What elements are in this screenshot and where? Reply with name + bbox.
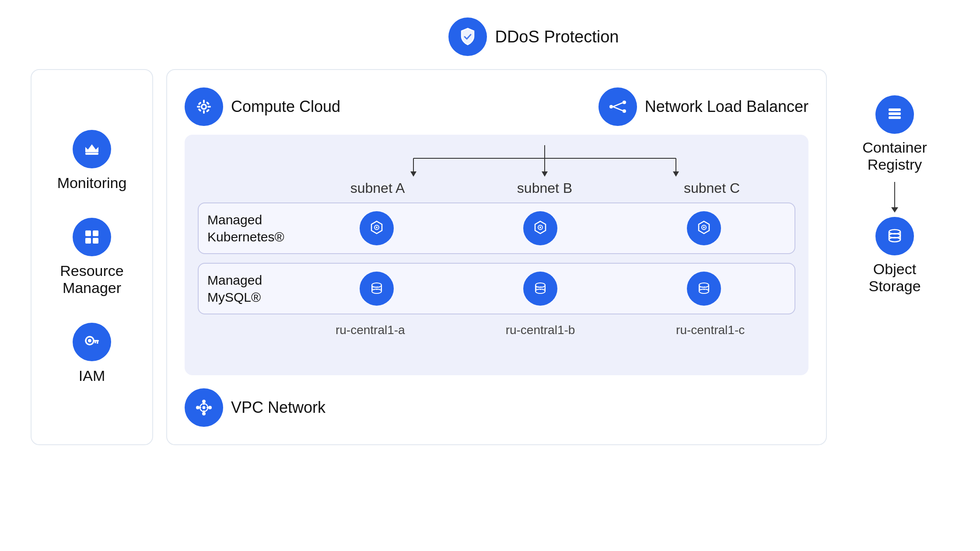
- kubernetes-icon-a: [360, 211, 394, 245]
- zone-c-label: ru-central1-c: [625, 323, 795, 337]
- svg-marker-33: [542, 171, 548, 177]
- compute-cloud-service: Compute Cloud: [185, 87, 340, 126]
- svg-rect-1: [85, 230, 91, 236]
- subnet-a-label: subnet A: [294, 180, 461, 196]
- object-storage-icon: [875, 217, 914, 255]
- svg-rect-69: [889, 112, 901, 115]
- svg-point-62: [196, 406, 200, 409]
- mysql-icon-b: [523, 272, 557, 306]
- svg-line-24: [613, 107, 623, 111]
- svg-rect-12: [203, 100, 205, 103]
- zone-labels: ru-central1-a ru-central1-b ru-central1-…: [285, 323, 795, 337]
- ddos-label: DDoS Protection: [495, 28, 619, 46]
- svg-point-43: [703, 227, 705, 228]
- subnet-c-label: subnet C: [628, 180, 795, 196]
- nlb-label: Network Load Balancer: [645, 98, 808, 116]
- vpc-icon: [185, 388, 223, 427]
- zone-a-label: ru-central1-a: [285, 323, 455, 337]
- svg-rect-13: [203, 110, 205, 114]
- resource-manager-service: ResourceManager: [60, 218, 124, 296]
- svg-rect-7: [93, 340, 99, 342]
- svg-rect-4: [93, 238, 98, 244]
- right-panel: ContainerRegistry: [840, 69, 949, 295]
- compute-cloud-icon: [185, 87, 223, 126]
- center-top-row: Compute Cloud: [185, 87, 808, 126]
- resource-manager-label: ResourceManager: [60, 262, 124, 296]
- vpc-row: VPC Network: [185, 388, 808, 427]
- svg-rect-8: [97, 342, 98, 344]
- mysql-icon-c: [687, 272, 721, 306]
- svg-point-63: [208, 406, 212, 409]
- svg-line-23: [613, 103, 623, 107]
- iam-icon: [73, 323, 111, 361]
- ddos-icon: [448, 17, 487, 56]
- svg-rect-2: [93, 230, 98, 236]
- svg-marker-34: [673, 171, 679, 177]
- svg-rect-3: [85, 238, 91, 244]
- svg-rect-9: [94, 342, 96, 343]
- subnet-b-label: subnet B: [461, 180, 628, 196]
- svg-point-11: [203, 105, 206, 108]
- svg-rect-17: [206, 109, 210, 112]
- subnet-headers: subnet A subnet B subnet C: [294, 180, 795, 196]
- object-storage-service: ObjectStorage: [868, 217, 920, 295]
- container-registry-icon: [875, 95, 914, 134]
- main-row: Monitoring ResourceManager: [31, 69, 949, 445]
- managed-mysql-row: ManagedMySQL®: [198, 263, 795, 314]
- monitoring-label: Monitoring: [57, 174, 127, 192]
- svg-rect-70: [889, 108, 901, 111]
- svg-point-20: [609, 105, 613, 108]
- monitoring-service: Monitoring: [57, 130, 127, 192]
- svg-rect-0: [85, 153, 98, 155]
- kubernetes-icon-c: [687, 211, 721, 245]
- svg-point-60: [202, 400, 206, 403]
- svg-rect-19: [206, 101, 210, 105]
- zone-b-label: ru-central1-b: [455, 323, 626, 337]
- svg-point-68: [203, 406, 206, 409]
- compute-cloud-label: Compute Cloud: [231, 98, 340, 116]
- svg-rect-71: [889, 116, 901, 119]
- nlb-arrows: [294, 145, 795, 180]
- left-panel: Monitoring ResourceManager: [31, 69, 153, 445]
- diagram-container: DDoS Protection Monitoring: [31, 17, 949, 534]
- container-registry-label: ContainerRegistry: [862, 139, 927, 173]
- svg-marker-32: [410, 171, 416, 177]
- managed-kubernetes-row: ManagedKubernetes®: [198, 202, 795, 254]
- container-registry-service: ContainerRegistry: [862, 95, 927, 173]
- svg-point-6: [88, 339, 91, 342]
- subnet-area: subnet A subnet B subnet C ManagedKubern…: [185, 135, 808, 375]
- svg-rect-16: [198, 101, 201, 105]
- svg-rect-15: [207, 106, 211, 108]
- mysql-icon-a: [360, 272, 394, 306]
- kubernetes-label: ManagedKubernetes®: [207, 211, 295, 245]
- svg-point-61: [202, 412, 206, 415]
- registry-to-storage-arrow: [894, 182, 895, 208]
- monitoring-icon: [73, 130, 111, 168]
- svg-point-40: [539, 227, 541, 228]
- vpc-label: VPC Network: [231, 398, 326, 417]
- svg-point-37: [376, 227, 378, 228]
- svg-rect-18: [198, 108, 201, 112]
- nlb-icon: [598, 87, 637, 126]
- kubernetes-icons: [295, 211, 786, 245]
- ddos-row: DDoS Protection: [448, 17, 619, 56]
- mysql-label: ManagedMySQL®: [207, 272, 295, 306]
- object-storage-label: ObjectStorage: [868, 261, 920, 295]
- iam-label: IAM: [79, 367, 105, 384]
- resource-manager-icon: [73, 218, 111, 256]
- svg-rect-14: [197, 106, 200, 108]
- nlb-service: Network Load Balancer: [598, 87, 808, 126]
- center-panel: Compute Cloud: [166, 69, 827, 445]
- iam-service: IAM: [73, 323, 111, 384]
- mysql-icons: [295, 272, 786, 306]
- kubernetes-icon-b: [523, 211, 557, 245]
